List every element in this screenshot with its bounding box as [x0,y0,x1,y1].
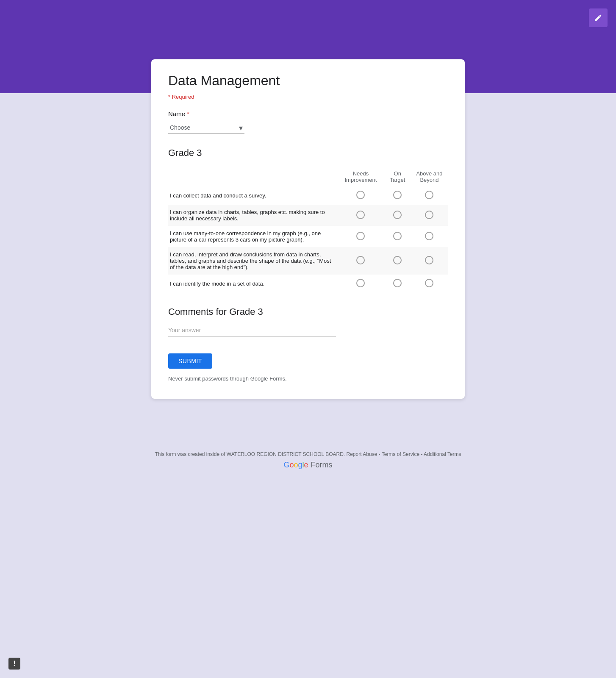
radio-4-needs-improvement[interactable] [356,279,365,287]
row-label-0: I can collect data and conduct a survey. [168,186,337,205]
radio-cell-4-target [384,275,411,293]
col-header-needs-improvement: Needs Improvement [337,167,384,186]
footer-text: This form was created inside of WATERLOO… [155,451,345,457]
radio-1-needs-improvement[interactable] [356,211,365,219]
comments-input[interactable] [168,324,336,336]
grid-table: Needs Improvement On Target Above and Be… [168,167,448,293]
radio-cell-3-above [411,247,448,275]
comments-section-title: Comments for Grade 3 [168,306,448,317]
radio-3-on-target[interactable] [393,256,402,264]
radio-cell-3-needs [337,247,384,275]
edit-icon [594,14,602,22]
footer-links: This form was created inside of WATERLOO… [8,451,608,457]
required-star: * [187,110,189,117]
radio-4-on-target[interactable] [393,279,402,287]
radio-cell-2-target [384,226,411,247]
radio-cell-0-needs [337,186,384,205]
radio-3-above-beyond[interactable] [425,256,433,264]
radio-cell-4-above [411,275,448,293]
terms-of-service-link[interactable]: Terms of Service [382,451,419,457]
row-label-2: I can use many-to-one correspondence in … [168,226,337,247]
radio-0-above-beyond[interactable] [425,191,433,199]
radio-1-above-beyond[interactable] [425,211,433,219]
radio-cell-1-needs [337,205,384,226]
radio-cell-1-target [384,205,411,226]
table-row: I can use many-to-one correspondence in … [168,226,448,247]
additional-terms-link[interactable]: Additional Terms [424,451,461,457]
name-dropdown[interactable]: Choose [168,122,244,134]
password-warning: Never submit passwords through Google Fo… [168,375,287,382]
radio-0-on-target[interactable] [393,191,402,199]
name-field-section: Name* Choose ▾ [168,110,448,134]
google-logo-text: Google [283,461,308,470]
radio-cell-2-needs [337,226,384,247]
radio-cell-0-above [411,186,448,205]
radio-0-needs-improvement[interactable] [356,191,365,199]
radio-2-above-beyond[interactable] [425,232,433,240]
radio-cell-4-needs [337,275,384,293]
radio-1-on-target[interactable] [393,211,402,219]
name-field-label: Name* [168,110,448,117]
grade-section: Grade 3 Needs Improvement On Target Abov… [168,147,448,293]
radio-cell-0-target [384,186,411,205]
table-row: I can identify the mode in a set of data… [168,275,448,293]
footer-separator-1: - [379,451,382,457]
radio-2-on-target[interactable] [393,232,402,240]
footer: This form was created inside of WATERLOO… [0,443,616,478]
radio-cell-2-above [411,226,448,247]
report-abuse-link[interactable]: Report Abuse [347,451,377,457]
grade-section-title: Grade 3 [168,147,448,158]
name-dropdown-wrapper: Choose ▾ [168,122,244,134]
col-header-above-beyond: Above and Beyond [411,167,448,186]
radio-4-above-beyond[interactable] [425,279,433,287]
required-note: * Required [168,94,448,100]
row-label-3: I can read, interpret and draw conclusio… [168,247,337,275]
table-row: I can organize data in charts, tables, g… [168,205,448,226]
radio-3-needs-improvement[interactable] [356,256,365,264]
edit-button[interactable] [589,8,608,27]
forms-text: Forms [311,461,333,470]
comments-section: Comments for Grade 3 [168,306,448,336]
col-header-empty [168,167,337,186]
col-header-on-target: On Target [384,167,411,186]
row-label-1: I can organize data in charts, tables, g… [168,205,337,226]
form-card: Data Management * Required Name* Choose … [151,59,465,399]
form-title: Data Management [168,73,448,89]
submit-button[interactable]: SUBMIT [168,353,212,369]
radio-cell-1-above [411,205,448,226]
radio-2-needs-improvement[interactable] [356,232,365,240]
table-row: I can collect data and conduct a survey. [168,186,448,205]
bottom-left-info-icon[interactable]: ! [8,658,20,670]
page-wrapper: Data Management * Required Name* Choose … [143,59,473,399]
table-row: I can read, interpret and draw conclusio… [168,247,448,275]
radio-cell-3-target [384,247,411,275]
google-forms-logo: Google Forms [8,461,608,470]
submit-section: SUBMIT Never submit passwords through Go… [168,353,448,382]
row-label-4: I can identify the mode in a set of data… [168,275,337,293]
